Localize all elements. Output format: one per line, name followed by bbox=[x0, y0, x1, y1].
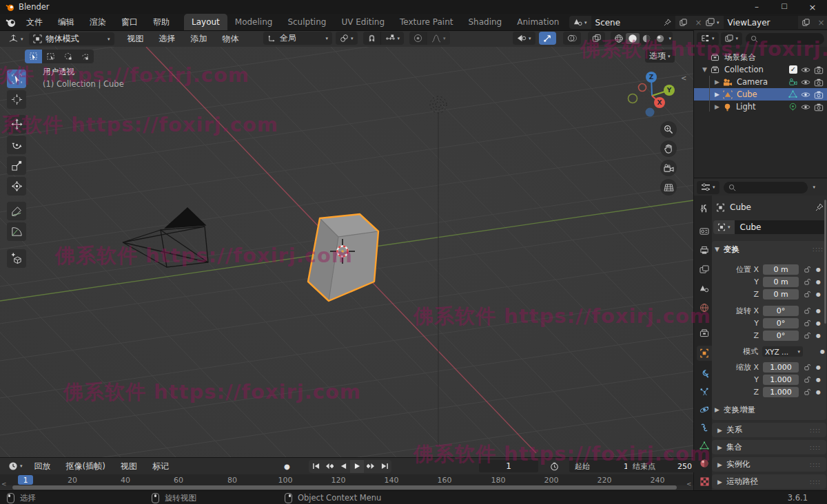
tool-add-cube[interactable] bbox=[7, 249, 26, 268]
panel-motion-paths[interactable]: ▶ 运动路径 :::: bbox=[712, 474, 826, 489]
lock-icon[interactable] bbox=[804, 307, 811, 315]
menu-timeline-view[interactable]: 视图 bbox=[113, 461, 145, 472]
panel-collections[interactable]: ▶ 集合 :::: bbox=[712, 440, 826, 454]
menu-file[interactable]: 文件 bbox=[19, 17, 50, 28]
timeline-scroll-left-arrow[interactable]: < bbox=[1, 481, 7, 487]
properties-filter-dropdown[interactable]: ▾ bbox=[813, 185, 816, 190]
timeline-ruler[interactable]: 20 40 60 80 100 120 140 160 180 200 220 … bbox=[0, 474, 693, 485]
menu-playback[interactable]: 回放 bbox=[27, 461, 59, 472]
tab-texture-paint[interactable]: Texture Paint bbox=[392, 14, 460, 30]
outliner-row-camera[interactable]: ▶ Camera bbox=[694, 76, 827, 88]
auto-keying-button[interactable]: ● bbox=[284, 463, 290, 470]
tab-constraints[interactable] bbox=[697, 420, 712, 435]
viewlayer-type-button[interactable]: ▾ bbox=[702, 16, 724, 29]
scene-name-field[interactable]: Scene bbox=[591, 16, 675, 29]
playhead[interactable]: 1 bbox=[18, 475, 33, 485]
select-circle-button[interactable] bbox=[59, 50, 76, 63]
collection-checkbox[interactable]: ✓ bbox=[789, 65, 797, 74]
shading-material-button[interactable] bbox=[640, 34, 653, 43]
animate-dot[interactable]: ● bbox=[816, 377, 821, 383]
object-id-dropdown[interactable]: ▾ bbox=[713, 220, 735, 234]
disable-render-icon[interactable] bbox=[814, 90, 824, 99]
lock-icon[interactable] bbox=[804, 364, 811, 371]
falloff-dropdown[interactable]: ▾ bbox=[427, 32, 450, 45]
blender-menu-icon[interactable] bbox=[6, 17, 16, 28]
disable-render-icon[interactable] bbox=[814, 103, 824, 112]
proportional-editing-toggle[interactable] bbox=[409, 32, 427, 45]
tab-collection[interactable] bbox=[697, 325, 712, 340]
panel-drag-handle[interactable]: :::: bbox=[813, 246, 824, 253]
mode-dropdown[interactable]: 物体模式 ▾ bbox=[29, 32, 114, 45]
close-button[interactable]: × bbox=[798, 2, 827, 12]
tool-select-box[interactable] bbox=[7, 70, 26, 88]
maximize-button[interactable]: □ bbox=[770, 2, 798, 12]
hide-viewport-icon[interactable] bbox=[801, 78, 810, 87]
lock-icon[interactable] bbox=[804, 332, 811, 339]
options-button[interactable]: 选项▾ bbox=[645, 50, 675, 63]
panel-drag-handle[interactable]: :::: bbox=[810, 427, 821, 434]
tab-sculpting[interactable]: Sculpting bbox=[280, 14, 334, 30]
disable-render-icon[interactable] bbox=[814, 65, 824, 74]
pin-icon[interactable] bbox=[815, 203, 824, 211]
tab-tool[interactable] bbox=[697, 201, 712, 216]
new-scene-button[interactable] bbox=[675, 16, 691, 29]
gizmo-x-axis[interactable]: X bbox=[654, 97, 665, 108]
camera-view-button[interactable] bbox=[660, 160, 677, 176]
outliner-row-cube[interactable]: ▶ Cube bbox=[694, 88, 827, 101]
tab-modifiers[interactable] bbox=[697, 366, 712, 381]
transform-panel-header[interactable]: ▼ 变换 :::: bbox=[715, 243, 824, 255]
panel-instancing[interactable]: ▶ 实例化 :::: bbox=[712, 457, 826, 472]
sidebar-toggle-arrow[interactable]: < bbox=[681, 74, 686, 82]
gizmo-y-axis[interactable]: Y bbox=[664, 85, 675, 96]
remove-viewlayer-button[interactable]: × bbox=[814, 16, 827, 29]
gizmo-toggle[interactable] bbox=[539, 32, 556, 45]
panel-drag-handle[interactable]: :::: bbox=[810, 479, 821, 485]
animate-dot[interactable]: ● bbox=[816, 291, 821, 297]
snap-toggle[interactable] bbox=[363, 32, 380, 45]
scene-type-button[interactable]: ▾ bbox=[569, 16, 591, 29]
navigation-gizmo[interactable]: Z Y X bbox=[624, 65, 682, 124]
tab-modeling[interactable]: Modeling bbox=[227, 14, 280, 30]
properties-scrollbar[interactable] bbox=[824, 200, 826, 324]
start-frame-field[interactable]: 起始 1 bbox=[569, 460, 634, 472]
outliner-display-mode[interactable]: ▾ bbox=[697, 32, 719, 45]
lock-icon[interactable] bbox=[804, 388, 811, 396]
pivot-dropdown[interactable]: ▾ bbox=[336, 32, 358, 45]
animate-dot[interactable]: ● bbox=[816, 308, 821, 314]
shading-wireframe-button[interactable] bbox=[612, 34, 626, 43]
editor-type-button[interactable]: ▾ bbox=[4, 32, 28, 45]
rot-y-field[interactable]: 0° bbox=[763, 318, 799, 328]
rot-x-field[interactable]: 0° bbox=[763, 306, 799, 316]
rot-z-field[interactable]: 0° bbox=[763, 330, 799, 341]
properties-editor-type[interactable]: ▾ bbox=[697, 181, 719, 194]
add-viewlayer-button[interactable] bbox=[798, 16, 814, 29]
tool-scale[interactable] bbox=[7, 156, 26, 175]
tab-scene[interactable] bbox=[697, 281, 712, 296]
outliner-filter-button[interactable]: ▾ bbox=[721, 32, 743, 45]
properties-search-input[interactable] bbox=[724, 182, 808, 193]
disable-render-icon[interactable] bbox=[814, 78, 824, 87]
zoom-button[interactable] bbox=[660, 121, 677, 138]
gizmo-z-axis[interactable]: Z bbox=[646, 72, 657, 83]
animate-dot[interactable]: ● bbox=[816, 333, 821, 339]
select-box-button[interactable] bbox=[42, 50, 59, 63]
delta-transform-header[interactable]: ▶ 变换增量 bbox=[715, 403, 824, 416]
menu-marker[interactable]: 标记 bbox=[145, 461, 176, 472]
tool-transform[interactable] bbox=[7, 177, 26, 196]
lock-icon[interactable] bbox=[804, 266, 811, 273]
menu-help[interactable]: 帮助 bbox=[145, 17, 177, 28]
tool-rotate[interactable] bbox=[7, 136, 26, 154]
outliner-row-scene-collection[interactable]: 场景集合 bbox=[694, 51, 827, 63]
animate-dot[interactable]: ● bbox=[816, 320, 821, 326]
animate-dot[interactable]: ● bbox=[816, 279, 821, 285]
animate-dot[interactable]: ● bbox=[816, 364, 821, 370]
scale-z-field[interactable]: 1.000 bbox=[763, 387, 799, 397]
tab-object[interactable] bbox=[697, 346, 712, 361]
tool-move[interactable] bbox=[7, 115, 26, 134]
tool-annotate[interactable] bbox=[7, 202, 26, 220]
end-frame-field[interactable]: 结束点 250 bbox=[627, 460, 697, 472]
menu-keying[interactable]: 抠像(插帧) bbox=[59, 461, 113, 472]
tab-layout[interactable]: Layout bbox=[184, 14, 227, 30]
tab-output[interactable] bbox=[697, 242, 712, 258]
tab-shading[interactable]: Shading bbox=[460, 14, 509, 30]
